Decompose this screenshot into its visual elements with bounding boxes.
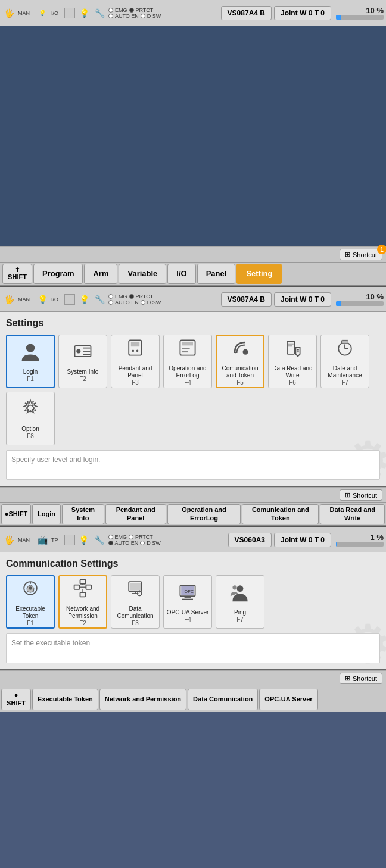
joint-button3[interactable]: Joint W 0 T 0	[274, 533, 331, 547]
square-icon2	[64, 294, 75, 305]
operation-fn: F4	[184, 379, 191, 386]
progress-fill3	[336, 542, 337, 547]
comm-settings-title: Communication Settings	[6, 558, 380, 569]
man-icon2: 🖐	[2, 293, 15, 306]
topbar2: 🖐 MAN 💡 I/O 💡 🔧 EMG PRTCT AUTO EN D SW	[0, 286, 386, 312]
io-button[interactable]: I/O	[167, 264, 195, 284]
ping-img	[229, 581, 251, 607]
percent-text3: 1 %	[371, 533, 384, 542]
comm-settings-panel: ⚙ Communication Settings Executable Toke…	[0, 552, 386, 670]
percent-area1: 10 %	[336, 6, 384, 20]
navbar3: ● SHIFT Executable Token Network and Per…	[0, 686, 386, 712]
joint-button2[interactable]: Joint W 0 T 0	[274, 292, 331, 307]
shift-button3[interactable]: ● SHIFT	[1, 689, 31, 710]
svg-point-2	[76, 349, 80, 353]
comunication-fn: F5	[236, 379, 244, 386]
panel-button[interactable]: Panel	[197, 264, 236, 284]
login-button2[interactable]: Login	[32, 504, 61, 524]
svg-rect-16	[287, 341, 295, 354]
device-button2[interactable]: VS087A4 B	[221, 292, 272, 307]
emg-status: EMG PRTCT AUTO EN D SW	[108, 7, 161, 19]
svg-rect-12	[182, 348, 190, 349]
progress-bar3	[336, 542, 384, 547]
shift-dot2: ●	[5, 510, 9, 518]
opcua-label: OPC-UA Server	[167, 609, 209, 616]
shift-button1[interactable]: ⬆ SHIFT	[2, 264, 32, 284]
network-button3[interactable]: Network and Permission	[99, 689, 186, 710]
comunication-button2[interactable]: Comunication and Token	[242, 504, 319, 524]
svg-rect-30	[80, 580, 86, 584]
pendant-button2[interactable]: Pendant and Panel	[105, 504, 166, 524]
data-comm-label: Data Comunication	[114, 605, 157, 620]
tp-icon3: 📺	[36, 533, 49, 547]
settings-option-icon[interactable]: Option F8	[6, 392, 55, 445]
prtct-radio	[129, 8, 134, 13]
settings-pendant-icon[interactable]: Pendant and Panel F3	[111, 335, 160, 388]
settings-operation-icon[interactable]: Operation and ErrorLog F4	[163, 335, 212, 388]
joint-button1[interactable]: Joint W 0 T 0	[274, 6, 331, 20]
wrench-icon3: 🔧	[93, 533, 106, 547]
sysinfo-button2[interactable]: System Info	[62, 504, 104, 524]
opcua-fn: F4	[184, 616, 191, 623]
shortcut-button2[interactable]: ⊞ Shortcut	[340, 489, 382, 501]
lamp-icon3: 💡	[77, 533, 91, 547]
comm-ping-icon[interactable]: Ping F7	[216, 575, 264, 629]
emg-status3: EMG PRTCT AUTO EN D SW	[108, 534, 161, 546]
svg-rect-29	[74, 585, 80, 589]
settings-title: Settings	[6, 318, 380, 329]
settings-login-icon[interactable]: Login F1	[6, 335, 55, 388]
io-status2: I/O	[51, 296, 58, 302]
topbar2-icons: 🖐 MAN 💡 I/O 💡 🔧 EMG PRTCT AUTO EN D SW	[2, 293, 221, 306]
settings-dataread-icon[interactable]: Data Read and Write F6	[268, 335, 317, 388]
shortcut-icon3: ⊞	[345, 675, 350, 682]
shift-button2[interactable]: ● SHIFT	[1, 504, 31, 524]
settings-date-icon[interactable]: Date and Maintenance F7	[320, 335, 369, 388]
svg-point-8	[132, 350, 135, 352]
settings-comunication-icon[interactable]: Comunication and Token F5	[216, 335, 264, 388]
opcua-button3[interactable]: OPC-UA Server	[259, 689, 317, 710]
wrench-icon2: 🔧	[93, 293, 106, 306]
device-button3[interactable]: VS060A3	[228, 533, 272, 547]
option-img	[20, 398, 41, 423]
comunication-img	[229, 337, 251, 363]
device-button1[interactable]: VS087A4 B	[221, 6, 272, 20]
shortcut-button1[interactable]: ⊞ Shortcut 1	[340, 249, 382, 260]
network-img	[72, 577, 94, 603]
topbar1: 🖐 MAN 💡 I/O 💡 🔧 EMG PRTCT AUTO EN D SW	[0, 0, 386, 26]
comm-opcua-icon[interactable]: OPC OPC-UA Server F4	[163, 575, 212, 629]
program-button[interactable]: Program	[33, 264, 83, 284]
executable-button3[interactable]: Executable Token	[32, 689, 98, 710]
comm-executable-icon[interactable]: Executable Token F1	[6, 575, 55, 629]
comm-data-icon[interactable]: Data Comunication F3	[111, 575, 160, 629]
shortcut-button3[interactable]: ⊞ Shortcut	[340, 673, 382, 684]
arm-button[interactable]: Arm	[84, 264, 117, 284]
dsw-radio2	[141, 300, 145, 305]
dataread-label: Data Read and Write	[271, 365, 314, 379]
setting-button[interactable]: Setting	[236, 264, 282, 284]
data-comm-button3[interactable]: Data Comunication	[188, 689, 258, 710]
variable-button[interactable]: Variable	[119, 264, 166, 284]
svg-point-27	[29, 586, 32, 589]
svg-point-14	[243, 349, 248, 355]
comm-icon-grid: Executable Token F1 Network and Permissi…	[6, 575, 380, 629]
comm-network-icon[interactable]: Network and Permission F2	[58, 575, 107, 629]
settings-icon-grid: Login F1 System Info F2 Pendant and Pane…	[6, 335, 380, 445]
navbar1: ⬆ SHIFT Program Arm Variable I/O Panel S…	[0, 262, 386, 286]
shift-label1: SHIFT	[8, 273, 27, 280]
topbar3: 🖐 MAN 📺 TP 💡 🔧 EMG PRTCT AUTO EN D SW	[0, 526, 386, 552]
svg-rect-37	[130, 583, 141, 591]
shortcut-row3: ⊞ Shortcut	[0, 670, 386, 686]
svg-rect-18	[288, 345, 292, 346]
man-status3: MAN	[18, 537, 30, 543]
ping-label: Ping	[234, 609, 246, 616]
login-label: Login	[23, 369, 38, 376]
option-fn: F8	[27, 433, 34, 439]
operation-button2[interactable]: Operation and ErrorLog	[167, 504, 241, 524]
io-status: I/O	[51, 10, 58, 16]
progress-bar1	[336, 15, 384, 20]
emg-radio	[108, 8, 113, 13]
svg-rect-32	[86, 585, 91, 589]
dataread-button2[interactable]: Data Read and Write	[320, 504, 385, 524]
dsw-radio	[141, 14, 145, 18]
settings-sysinfo-icon[interactable]: System Info F2	[58, 335, 107, 388]
